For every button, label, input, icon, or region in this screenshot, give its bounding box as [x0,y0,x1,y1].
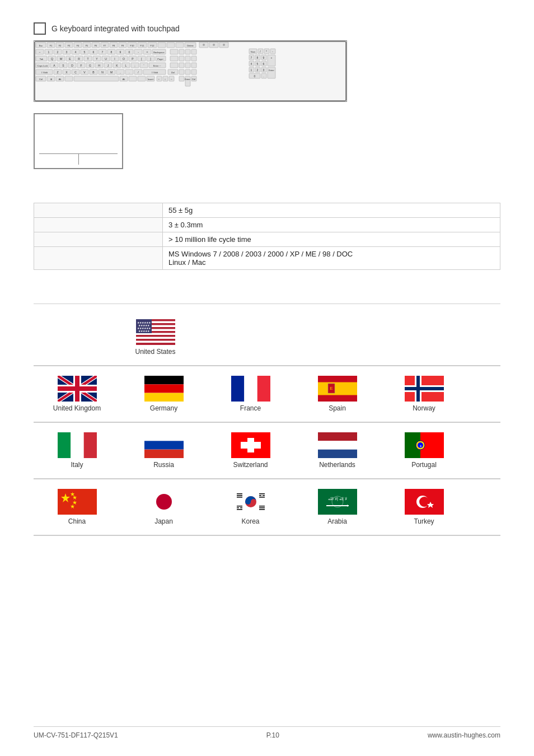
country-item-pt: ⚜ Portugal [381,430,467,472]
svg-text:9: 9 [263,56,265,59]
country-name-us: United States [135,348,175,356]
svg-rect-59 [170,49,178,54]
country-name-tr: Turkey [414,517,434,525]
svg-text:لا إله إلا الله: لا إله إلا الله [328,497,347,501]
svg-rect-164 [129,76,137,81]
svg-text:Esc: Esc [39,44,43,47]
svg-rect-290 [237,506,242,507]
svg-rect-92 [179,56,184,61]
svg-text:F7: F7 [104,44,106,47]
svg-rect-93 [185,56,190,61]
svg-rect-165 [138,76,146,81]
svg-point-183 [213,44,215,46]
svg-rect-151 [179,69,184,74]
svg-text:.: . [129,71,129,74]
svg-text:3: 3 [263,68,265,72]
svg-text:⊞: ⊞ [50,78,52,81]
svg-text:→: → [170,77,173,81]
svg-text:↓: ↓ [165,77,166,81]
svg-rect-295 [259,507,265,508]
touchpad-buttons [39,153,118,165]
svg-text:F: F [80,64,82,67]
specs-value-travel: 3 ± 0.3mm [163,218,500,232]
svg-text:I: I [114,57,115,60]
svg-text:*: * [266,50,267,53]
flag-nl [318,432,357,458]
svg-text:6: 6 [93,50,95,54]
flag-de [144,376,184,402]
svg-text:;: ; [134,64,135,67]
specs-value-lifecycle: > 10 million life cycle time [163,232,500,247]
svg-rect-288 [263,495,265,496]
keyboard-label: G keyboard integrated with touchpad [51,24,180,33]
svg-text:Caps Lock: Caps Lock [38,64,48,67]
country-item-ru: Russia [120,430,207,472]
svg-text:←: ← [158,77,161,81]
specs-value-os: MS Windows 7 / 2008 / 2003 / 2000 / XP /… [163,247,500,270]
svg-rect-174 [179,76,184,81]
svg-text:+: + [271,56,273,59]
footer: UM-CV-751-DF117-Q215V1 P.10 www.austin-h… [34,726,500,739]
svg-text:3: 3 [66,50,68,54]
specs-value-weight: 55 ± 5g [163,203,500,218]
svg-text:.: . [263,74,264,78]
svg-text:F12: F12 [151,44,155,47]
svg-text:⇧ Shift: ⇧ Shift [41,71,48,74]
svg-text:9: 9 [120,50,121,54]
keyboard-diagram: Esc F1 F2 F3 F4 F5 F6 F7 [34,40,355,102]
svg-text:F9: F9 [121,44,124,47]
svg-text:8: 8 [111,50,113,54]
page-content: G keyboard integrated with touchpad Esc … [0,0,534,603]
svg-text:Ctrl: Ctrl [192,78,195,81]
country-item-cn: China [34,486,120,528]
svg-text:T: T [87,57,88,60]
country-name-pt: Portugal [411,461,437,469]
svg-rect-255 [405,387,444,390]
specs-label-travel [34,218,163,232]
svg-rect-27 [167,43,175,48]
svg-rect-258 [83,432,96,458]
svg-rect-123 [185,63,190,68]
svg-rect-91 [170,56,178,61]
svg-text:L: L [125,64,127,67]
svg-text:7: 7 [251,56,252,59]
specs-row-lifecycle: > 10 million life cycle time [34,232,500,247]
svg-rect-294 [259,506,265,507]
svg-text:W: W [60,57,63,60]
svg-text:F4: F4 [77,44,79,47]
svg-rect-266 [318,441,357,449]
svg-text:0: 0 [129,50,130,54]
svg-rect-285 [237,497,242,498]
svg-rect-61 [185,49,190,54]
countries-section: ★★★★★★ ★★★★★ ★★★★★★ ★★★★★ United States [34,310,500,536]
svg-text:4: 4 [75,50,77,54]
svg-text:0: 0 [254,74,256,78]
specs-label-os [34,247,163,270]
svg-rect-243 [144,393,184,402]
specs-row-travel: 3 ± 0.3mm [34,218,500,232]
svg-rect-226 [136,341,175,343]
svg-rect-124 [191,63,196,68]
flag-kr [231,489,270,515]
country-row-1: United Kingdom Germany [34,366,500,422]
country-item-us: ★★★★★★ ★★★★★ ★★★★★★ ★★★★★ United States [112,316,199,358]
svg-text:Z: Z [57,71,58,74]
svg-rect-94 [191,56,196,61]
svg-rect-240 [58,386,97,391]
svg-rect-259 [144,432,184,441]
svg-text:1: 1 [48,50,50,54]
svg-rect-161 [74,76,119,81]
country-name-kr: Korea [241,517,259,525]
svg-text:★★★★★: ★★★★★ [138,329,150,333]
svg-text:=: = [147,50,148,54]
flag-it [58,432,97,458]
svg-rect-264 [241,442,261,449]
keyboard-svg: Esc F1 F2 F3 F4 F5 F6 F7 [34,40,347,102]
svg-text:D: D [71,64,73,67]
country-item-fr: France [207,373,294,415]
svg-text:⇧ Shift: ⇧ Shift [151,71,158,74]
country-item-nl: Netherlands [294,430,381,472]
svg-text:~: ~ [39,50,41,54]
svg-rect-296 [259,509,265,510]
svg-rect-248 [318,382,357,395]
